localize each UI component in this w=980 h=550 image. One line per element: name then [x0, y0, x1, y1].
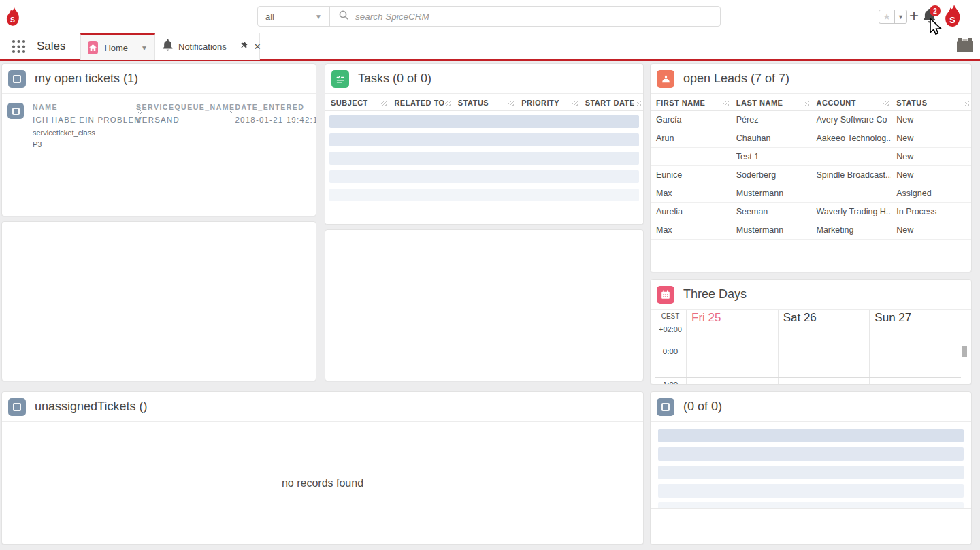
add-record-button[interactable]: + [909, 6, 919, 25]
lead-row[interactable]: Eunice Soderberg Spindle Broadcast... Ne… [651, 166, 971, 184]
lead-last-name: Soderberg [731, 166, 811, 184]
tab-home[interactable]: Home ▼ [80, 33, 155, 60]
skeleton-row [329, 170, 639, 183]
lead-first-name: García [651, 111, 731, 129]
ticket-queue: VERSAND [136, 116, 235, 124]
lead-account [811, 148, 892, 165]
tab-home-label: Home [104, 43, 128, 53]
lead-first-name: Eunice [651, 166, 731, 184]
dashlet-footer [325, 206, 643, 224]
column-header[interactable]: PRIORITY [516, 94, 579, 110]
day-header-fri[interactable]: Fri 25 [686, 310, 778, 327]
loading-skeleton [325, 111, 643, 201]
column-resize-grip[interactable] [508, 101, 514, 106]
column-resize-grip[interactable] [964, 101, 969, 106]
calendar-scrollbar[interactable] [961, 310, 967, 384]
module-tab-bar: Sales Home ▼ Notifications ✕ [0, 33, 980, 61]
home-icon [88, 41, 98, 54]
column-header[interactable]: START DATE [580, 94, 643, 110]
skeleton-row [658, 447, 964, 461]
module-label[interactable]: Sales [37, 39, 66, 53]
column-resize-grip[interactable] [381, 101, 387, 106]
pin-icon[interactable] [239, 41, 248, 53]
star-icon[interactable]: ★ [879, 10, 895, 23]
serviceticket-module-icon [8, 70, 26, 88]
search-box [330, 7, 720, 26]
day-header-sat[interactable]: Sat 26 [778, 310, 870, 327]
ticket-name[interactable]: ICH HABE EIN PROBLEM [33, 116, 136, 124]
dashlet-open-leads: open Leads (7 of 7) FIRST NAME LAST NAME… [650, 63, 972, 272]
empty-state-message: no records found [2, 422, 643, 544]
search-scope-select[interactable]: all ▼ [258, 7, 330, 26]
lead-status: New [891, 148, 971, 165]
lead-row[interactable]: Test 1 New [651, 148, 971, 166]
dashlet-footer [651, 508, 971, 544]
close-icon[interactable]: ✕ [254, 42, 261, 52]
lead-row[interactable]: Aurelia Seeman Waverly Trading H... In P… [651, 203, 971, 221]
lead-first-name: Aurelia [651, 203, 731, 221]
column-resize-grip[interactable] [445, 101, 451, 106]
lead-row[interactable]: Max Mustermann Marketing New [651, 221, 971, 240]
svg-text:S: S [10, 16, 15, 24]
search-input[interactable] [355, 12, 711, 22]
skeleton-row [329, 133, 639, 146]
lead-row[interactable]: Max Mustermann Assigned [651, 184, 971, 203]
calendar-grid: CEST +02:00 Fri 25 Sat 26 Sun 27 0:00 [655, 310, 961, 384]
spicecrm-logo[interactable]: S [6, 7, 20, 29]
skeleton-row [658, 484, 964, 498]
tasks-module-icon [331, 70, 349, 88]
ticket-date-entered: 2018-01-21 19:42:17 [235, 116, 316, 124]
dashlet-title: Three Days [683, 287, 747, 302]
skeleton-row [329, 115, 639, 128]
loading-skeleton [651, 422, 971, 516]
scrollbar-thumb[interactable] [962, 346, 967, 357]
favorites-dropdown-caret-icon[interactable]: ▼ [895, 10, 906, 23]
tab-home-chevron-down-icon[interactable]: ▼ [141, 44, 148, 52]
field-label-queue: SERVICEQUEUE_NAME [136, 103, 235, 111]
column-header[interactable]: LAST NAME [731, 94, 811, 110]
column-resize-grip[interactable] [883, 101, 889, 106]
lead-first-name: Max [651, 221, 731, 239]
column-resize-grip[interactable] [572, 101, 578, 106]
column-header[interactable]: STATUS [453, 94, 516, 110]
column-resize-grip[interactable] [636, 101, 641, 106]
lead-first-name: Arun [651, 129, 731, 147]
notification-count-badge: 2 [930, 5, 941, 16]
lead-status: New [891, 129, 971, 147]
column-resize-grip[interactable] [804, 101, 809, 106]
dashlet-title: open Leads (7 of 7) [683, 71, 789, 86]
column-header[interactable]: ACCOUNT [811, 94, 892, 110]
dashlet-three-days: Three Days CEST +02:00 Fri 25 Sat 26 Sun… [650, 279, 972, 385]
lead-row[interactable]: Arun Chauhan Aakeeo Technolog... New [651, 129, 971, 148]
leads-module-icon [657, 70, 674, 88]
calendar-hour-row[interactable]: 0:00 [655, 344, 961, 377]
lead-account: Marketing [811, 221, 892, 239]
column-header[interactable]: FIRST NAME [651, 94, 731, 110]
lead-status: New [891, 221, 971, 239]
briefcase-icon[interactable] [957, 38, 973, 56]
day-header-sun[interactable]: Sun 27 [869, 310, 961, 327]
lead-account: Aakeeo Technolog... [811, 129, 892, 147]
calendar-hour-row[interactable]: 1:00 [655, 377, 961, 384]
dashlet-empty [325, 229, 644, 381]
tab-notifications-label: Notifications [178, 42, 227, 52]
lead-account [811, 184, 892, 202]
dashlet-tasks: Tasks (0 of 0) SUBJECT RELATED TO STATUS… [325, 63, 644, 225]
dashlet-header: Tasks (0 of 0) [325, 64, 643, 94]
search-icon [339, 10, 348, 22]
tab-notifications[interactable]: Notifications ✕ [155, 33, 260, 60]
lead-account: Avery Software Co [811, 111, 892, 129]
column-header[interactable]: RELATED TO [389, 94, 452, 110]
dashlet-header: open Leads (7 of 7) [651, 64, 971, 94]
calendar-allday-row[interactable] [655, 327, 961, 344]
spicecrm-logo-right[interactable]: S [945, 5, 962, 30]
column-header[interactable]: SUBJECT [325, 94, 389, 110]
column-resize-grip[interactable] [723, 101, 729, 106]
field-label-date: DATE_ENTERED [235, 103, 316, 111]
ticket-col-queue: SERVICEQUEUE_NAME VERSAND [136, 103, 235, 152]
column-resize-grip[interactable] [229, 110, 233, 114]
app-launcher-grid-icon[interactable] [11, 39, 27, 57]
lead-row[interactable]: García Pérez Avery Software Co New [651, 111, 971, 129]
ticket-record[interactable]: NAME ICH HABE EIN PROBLEM serviceticket_… [2, 94, 316, 157]
column-header[interactable]: STATUS [891, 94, 971, 110]
